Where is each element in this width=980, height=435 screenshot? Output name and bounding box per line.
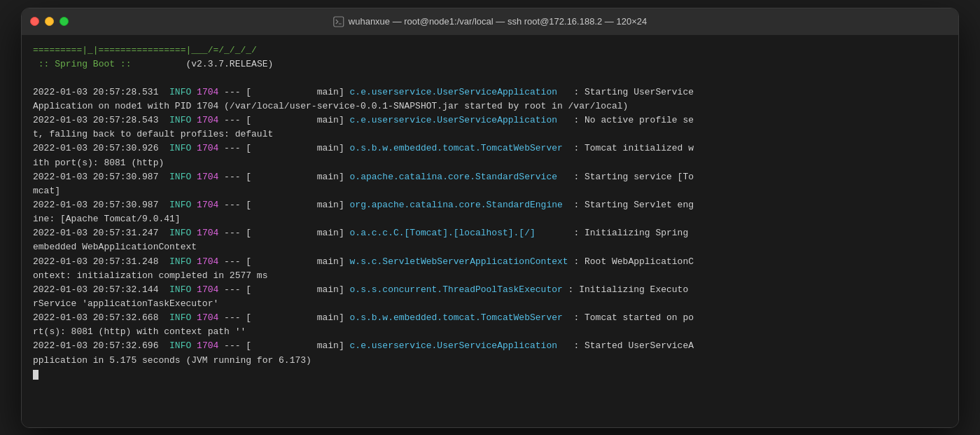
- log-line-1-cont: Application on node1 with PID 1704 (/var…: [33, 99, 947, 113]
- maximize-button[interactable]: [59, 17, 69, 26]
- log-line-5: 2022-01-03 20:57:30.987 INFO 1704 --- [ …: [33, 198, 947, 212]
- titlebar: wuhanxue — root@node1:/var/local — ssh r…: [22, 8, 958, 35]
- log-line-6: 2022-01-03 20:57:31.247 INFO 1704 --- [ …: [33, 226, 947, 240]
- cursor-line: [33, 368, 947, 382]
- terminal-body[interactable]: =========|_|================|___/=/_/_/_…: [22, 35, 958, 427]
- log-line-4-cont: mcat]: [33, 184, 947, 198]
- log-line-8-cont: rService 'applicationTaskExecutor': [33, 297, 947, 311]
- minimize-button[interactable]: [45, 17, 54, 26]
- close-button[interactable]: [30, 17, 39, 26]
- log-line-10: 2022-01-03 20:57:32.696 INFO 1704 --- [ …: [33, 339, 947, 353]
- log-line-7-cont: ontext: initialization completed in 2577…: [33, 269, 947, 283]
- log-line-2-cont: t, falling back to default profiles: def…: [33, 127, 947, 141]
- terminal-icon: [333, 16, 344, 27]
- svg-rect-0: [334, 17, 344, 27]
- window-title: wuhanxue — root@node1:/var/local — ssh r…: [333, 16, 647, 27]
- log-line-9: 2022-01-03 20:57:32.668 INFO 1704 --- [ …: [33, 311, 947, 325]
- blank-line-1: [33, 71, 947, 85]
- banner-line-2: :: Spring Boot :: (v2.3.7.RELEASE): [33, 57, 947, 71]
- log-line-1: 2022-01-03 20:57:28.531 INFO 1704 --- [ …: [33, 85, 947, 99]
- log-line-8: 2022-01-03 20:57:32.144 INFO 1704 --- [ …: [33, 283, 947, 297]
- log-line-4: 2022-01-03 20:57:30.987 INFO 1704 --- [ …: [33, 170, 947, 184]
- terminal-cursor: [33, 370, 38, 380]
- log-line-5-cont: ine: [Apache Tomcat/9.0.41]: [33, 212, 947, 226]
- log-line-3: 2022-01-03 20:57:30.926 INFO 1704 --- [ …: [33, 141, 947, 156]
- log-line-3-cont: ith port(s): 8081 (http): [33, 156, 947, 170]
- log-line-10-cont: pplication in 5.175 seconds (JVM running…: [33, 354, 947, 368]
- traffic-lights: [30, 17, 69, 26]
- log-line-7: 2022-01-03 20:57:31.248 INFO 1704 --- [ …: [33, 255, 947, 269]
- terminal-window: wuhanxue — root@node1:/var/local — ssh r…: [21, 8, 959, 428]
- log-line-2: 2022-01-03 20:57:28.543 INFO 1704 --- [ …: [33, 113, 947, 127]
- log-line-6-cont: embedded WebApplicationContext: [33, 240, 947, 254]
- banner-line-1: =========|_|================|___/=/_/_/_…: [33, 43, 947, 57]
- log-line-9-cont: rt(s): 8081 (http) with context path '': [33, 325, 947, 339]
